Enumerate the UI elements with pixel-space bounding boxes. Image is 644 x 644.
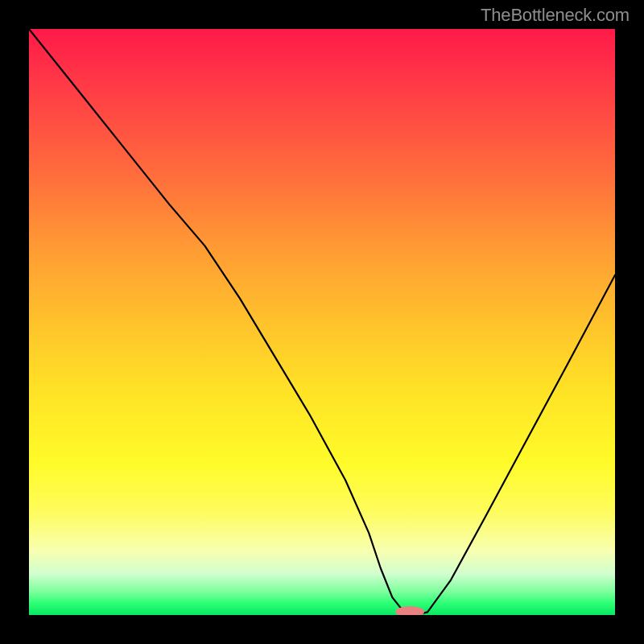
plot-area [29,29,615,615]
watermark-text: TheBottleneck.com [481,5,630,26]
bottleneck-curve-path [29,29,615,615]
chart-container: TheBottleneck.com [0,0,644,644]
chart-svg [29,29,615,615]
